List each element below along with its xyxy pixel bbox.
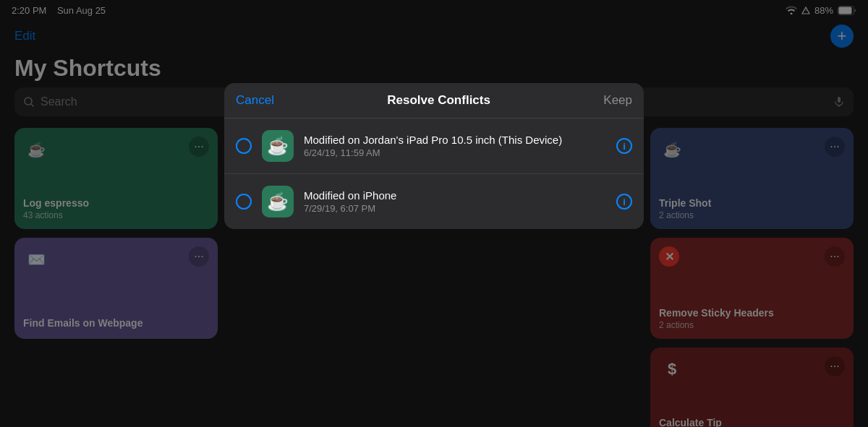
radio-ipad[interactable]	[236, 138, 252, 154]
option-icon-ipad: ☕	[262, 130, 294, 162]
info-button-ipad[interactable]: i	[616, 138, 632, 154]
option-icon-iphone: ☕	[262, 186, 294, 217]
option-date-ipad: 6/24/19, 11:59 AM	[304, 147, 606, 158]
modal-header: Cancel Resolve Conflicts Keep	[224, 83, 644, 118]
option-date-iphone: 7/29/19, 6:07 PM	[304, 203, 606, 214]
option-title-iphone: Modified on iPhone	[304, 189, 606, 202]
ipad-option[interactable]: ☕ Modified on Jordan's iPad Pro 10.5 inc…	[224, 118, 644, 174]
keep-button[interactable]: Keep	[603, 93, 632, 108]
info-button-iphone[interactable]: i	[616, 194, 632, 210]
option-text-ipad: Modified on Jordan's iPad Pro 10.5 inch …	[304, 134, 606, 158]
iphone-option[interactable]: ☕ Modified on iPhone 7/29/19, 6:07 PM i	[224, 174, 644, 229]
modal-title: Resolve Conflicts	[387, 93, 490, 108]
cancel-button[interactable]: Cancel	[236, 93, 274, 108]
option-text-iphone: Modified on iPhone 7/29/19, 6:07 PM	[304, 189, 606, 214]
resolve-conflicts-modal: Cancel Resolve Conflicts Keep ☕ Modified…	[224, 83, 644, 229]
radio-iphone[interactable]	[236, 194, 252, 210]
option-title-ipad: Modified on Jordan's iPad Pro 10.5 inch …	[304, 134, 606, 146]
modal-overlay: Cancel Resolve Conflicts Keep ☕ Modified…	[0, 0, 868, 427]
